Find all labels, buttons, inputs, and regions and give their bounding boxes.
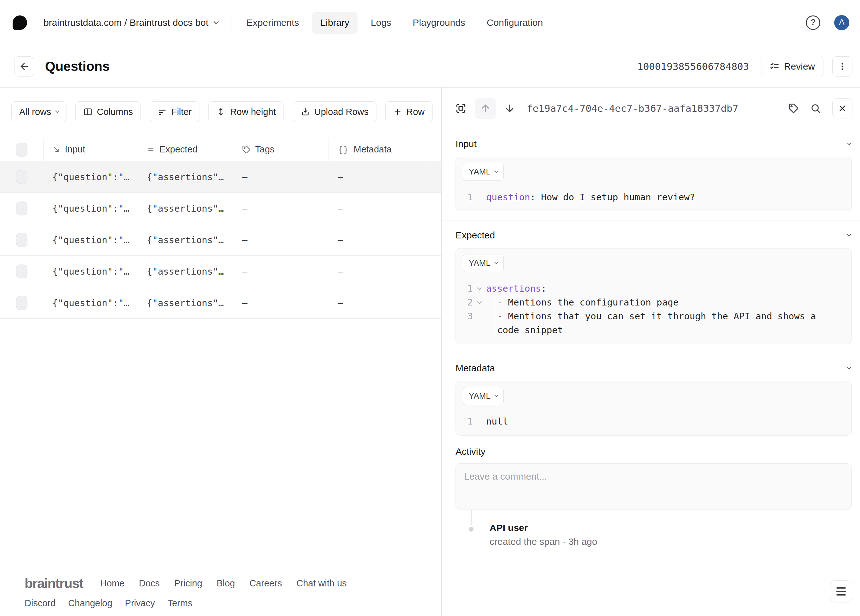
cell-tags[interactable]: – <box>233 193 329 224</box>
cell-metadata[interactable]: – <box>329 287 425 318</box>
fold-chevron-icon[interactable] <box>477 299 482 304</box>
tab-experiments[interactable]: Experiments <box>246 17 299 28</box>
tag-icon[interactable] <box>788 103 799 114</box>
column-header-input[interactable]: Input <box>44 138 138 161</box>
filter-button[interactable]: Filter <box>150 102 199 122</box>
tag-icon <box>242 145 251 154</box>
activity-event-user: API user <box>490 522 852 533</box>
expected-code-block: YAML 1assertions:2 - Mentions the config… <box>455 248 852 344</box>
footer-link-chat[interactable]: Chat with us <box>297 578 347 589</box>
row-checkbox[interactable] <box>16 202 27 215</box>
footer-link-pricing[interactable]: Pricing <box>174 578 202 589</box>
back-button[interactable] <box>14 56 35 77</box>
cell-input[interactable]: {"question":"… <box>44 224 138 255</box>
tab-playgrounds[interactable]: Playgrounds <box>413 17 465 28</box>
row-checkbox[interactable] <box>16 296 27 310</box>
review-button[interactable]: Review <box>761 56 824 77</box>
cell-metadata[interactable]: – <box>329 256 425 287</box>
cell-filler <box>425 161 441 193</box>
close-panel-button[interactable] <box>832 98 852 118</box>
help-icon[interactable]: ? <box>806 16 820 30</box>
tab-logs[interactable]: Logs <box>371 17 391 28</box>
cell-input[interactable]: {"question":"… <box>44 161 138 193</box>
arrow-left-icon <box>19 61 30 72</box>
footer-link-blog[interactable]: Blog <box>217 578 235 589</box>
format-dropdown[interactable]: YAML <box>463 163 504 181</box>
row-height-button[interactable]: Row height <box>208 102 284 122</box>
code-line: 1question: How do I setup human review? <box>463 190 844 204</box>
section-header-expected[interactable]: Expected <box>455 221 852 248</box>
hamburger-icon <box>836 587 846 589</box>
cell-input[interactable]: {"question":"… <box>44 287 138 318</box>
cell-input[interactable]: {"question":"… <box>44 193 138 224</box>
search-icon[interactable] <box>810 103 821 114</box>
detail-panel-header: fe19a7c4-704e-4ec7-b367-aafa18337db7 <box>442 88 860 129</box>
table-row[interactable]: {"question":"… {"assertions"… – – <box>0 193 441 224</box>
chevron-down-icon <box>494 393 498 397</box>
cell-tags[interactable]: – <box>233 224 329 255</box>
table-row[interactable]: {"question":"… {"assertions"… – – <box>0 256 441 287</box>
table-panel: All rows Columns Filter Row height <box>0 88 442 616</box>
previous-row-button[interactable] <box>475 98 496 119</box>
braintrust-logo-icon[interactable] <box>13 16 27 30</box>
format-dropdown[interactable]: YAML <box>463 387 504 405</box>
timeline-connector <box>471 510 472 525</box>
cell-tags[interactable]: – <box>233 256 329 287</box>
breadcrumb[interactable]: braintrustdata.com / Braintrust docs bot <box>44 17 218 28</box>
cell-metadata[interactable]: – <box>329 161 425 193</box>
cell-expected[interactable]: {"assertions"… <box>138 193 233 224</box>
cell-expected[interactable]: {"assertions"… <box>138 224 233 255</box>
expand-icon[interactable] <box>455 102 467 114</box>
tab-library[interactable]: Library <box>312 12 358 34</box>
format-dropdown[interactable]: YAML <box>463 254 504 272</box>
column-label: Input <box>65 144 85 155</box>
footer-link-docs[interactable]: Docs <box>139 578 160 589</box>
table-row[interactable]: {"question":"… {"assertions"… – – <box>0 287 441 319</box>
column-header-filler <box>425 138 441 161</box>
footer-link-home[interactable]: Home <box>100 578 124 589</box>
row-checkbox[interactable] <box>16 233 27 247</box>
upload-rows-button[interactable]: Upload Rows <box>293 102 377 122</box>
table-row[interactable]: {"question":"… {"assertions"… – – <box>0 161 441 193</box>
cell-expected[interactable]: {"assertions"… <box>138 161 233 193</box>
avatar[interactable]: A <box>834 15 849 30</box>
row-checkbox[interactable] <box>16 170 27 184</box>
fold-chevron-icon[interactable] <box>477 285 482 290</box>
more-options-button[interactable] <box>832 56 852 77</box>
columns-button[interactable]: Columns <box>75 102 141 122</box>
filter-icon <box>157 107 167 116</box>
table-row[interactable]: {"question":"… {"assertions"… – – <box>0 224 441 256</box>
footer-link-privacy[interactable]: Privacy <box>125 598 155 608</box>
footer-link-discord[interactable]: Discord <box>25 598 55 608</box>
cell-expected[interactable]: {"assertions"… <box>138 256 233 287</box>
menu-fab-button[interactable] <box>830 580 852 602</box>
section-header-input[interactable]: Input <box>455 129 852 157</box>
next-row-button[interactable] <box>504 103 515 114</box>
cell-tags[interactable]: – <box>233 161 329 193</box>
rows-filter-dropdown[interactable]: All rows <box>11 102 66 122</box>
footer-link-terms[interactable]: Terms <box>168 598 193 608</box>
cell-tags[interactable]: – <box>233 287 329 318</box>
tab-configuration[interactable]: Configuration <box>487 17 543 28</box>
cell-metadata[interactable]: – <box>329 193 425 224</box>
column-header-expected[interactable]: Expected <box>138 138 233 161</box>
chevron-down-icon <box>847 141 851 145</box>
detail-panel-body: Input YAML 1question: How do I setup hum… <box>442 129 860 547</box>
column-header-metadata[interactable]: {} Metadata <box>329 138 425 161</box>
cell-expected[interactable]: {"assertions"… <box>138 287 233 318</box>
format-label: YAML <box>469 391 491 401</box>
select-all-checkbox[interactable] <box>16 143 27 157</box>
row-checkbox[interactable] <box>16 265 27 278</box>
code-editor: 1question: How do I setup human review? <box>463 190 844 204</box>
code-line: 1null <box>463 414 844 428</box>
column-header-tags[interactable]: Tags <box>233 138 329 161</box>
cell-input[interactable]: {"question":"… <box>44 256 138 287</box>
footer-link-changelog[interactable]: Changelog <box>68 598 112 608</box>
footer-link-careers[interactable]: Careers <box>250 578 282 589</box>
add-row-button[interactable]: Row <box>385 102 433 122</box>
column-label: Expected <box>159 144 198 155</box>
cell-metadata[interactable]: – <box>329 224 425 255</box>
cell-filler <box>425 287 441 318</box>
comment-input[interactable] <box>455 463 852 510</box>
section-header-metadata[interactable]: Metadata <box>455 353 852 381</box>
